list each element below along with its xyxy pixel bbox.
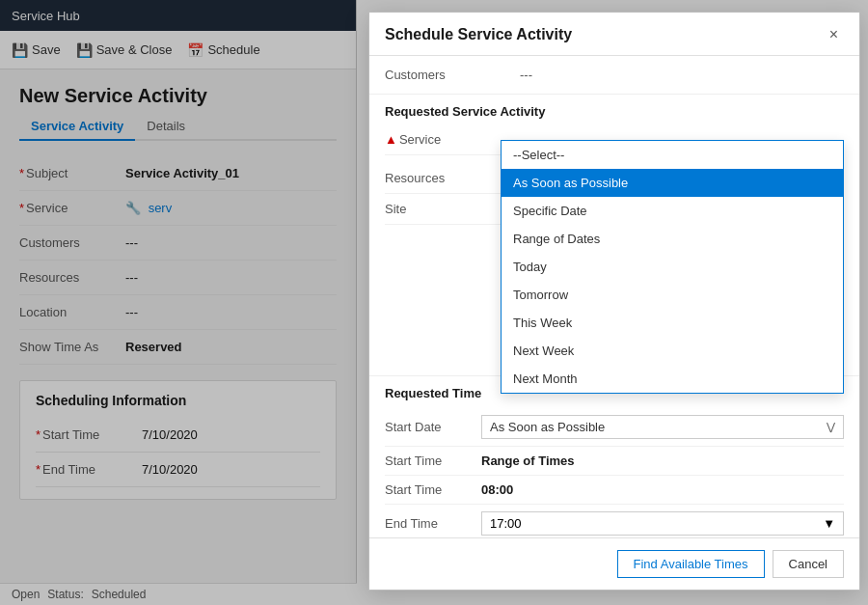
dialog-body: Customers --- Requested Service Activity… [369,56,859,537]
rt-start-time-value: 08:00 [481,482,513,497]
dialog-close-button[interactable]: × [824,24,844,45]
rt-end-time-label: End Time [385,516,481,531]
find-available-times-button[interactable]: Find Available Times [617,550,765,578]
chevron-down-icon: ▼ [823,516,835,531]
dropdown-item-this-week[interactable]: This Week [502,309,843,337]
rt-start-date-select[interactable]: As Soon as Possible ⋁ [481,415,844,439]
rsa-title: Requested Service Activity [385,104,844,119]
rt-range-of-times-value: Range of Times [481,454,575,468]
schedule-dialog: Schedule Service Activity × Customers --… [368,12,860,591]
dropdown-item-next-month[interactable]: Next Month [502,365,843,393]
dialog-footer: Find Available Times Cancel [369,537,859,590]
dropdown-item-asap[interactable]: As Soon as Possible [502,169,843,197]
rsa-fields: ▲Service --Select-- As Soon as Possible … [385,124,844,375]
dialog-header: Schedule Service Activity × [369,13,859,56]
rt-start-time-section-row: Start Time Range of Times [385,447,844,476]
dropdown-item-today[interactable]: Today [502,253,843,281]
dropdown-item-select[interactable]: --Select-- [502,141,843,169]
rsa-resources-label: Resources [385,171,501,185]
rt-start-date-label: Start Date [385,420,481,434]
rt-section: Requested Time Start Date As Soon as Pos… [369,376,859,537]
dialog-customers-value: --- [520,68,844,82]
dialog-customers-label: Customers [385,68,520,82]
rt-start-date-row: Start Date As Soon as Possible ⋁ [385,408,844,447]
cancel-button[interactable]: Cancel [773,550,844,578]
chevron-down-icon: ⋁ [827,421,835,433]
rsa-service-label: ▲Service [385,132,501,147]
rt-end-time-select[interactable]: 17:00 ▼ [481,511,844,536]
rsa-service-row: ▲Service --Select-- As Soon as Possible … [385,124,844,155]
rt-start-time-label: Start Time [385,482,481,497]
rt-end-time-row: End Time 17:00 ▼ [385,505,844,537]
dropdown-item-tomorrow[interactable]: Tomorrow [502,281,843,309]
rt-end-time-value: 17:00 [490,516,522,531]
rt-start-time-row: Start Time 08:00 [385,476,844,505]
rsa-section: Requested Service Activity ▲Service --Se… [369,95,859,376]
dropdown-item-range[interactable]: Range of Dates [502,225,843,253]
rsa-dropdown-list[interactable]: --Select-- As Soon as Possible Specific … [501,140,844,394]
dialog-customers-row: Customers --- [369,56,859,95]
dialog-title: Schedule Service Activity [385,26,572,43]
rsa-site-label: Site [385,202,501,216]
dropdown-item-specific[interactable]: Specific Date [502,197,843,225]
dropdown-item-next-week[interactable]: Next Week [502,337,843,365]
rt-start-time-section-label: Start Time [385,454,481,468]
rt-start-date-value: As Soon as Possible [490,420,605,434]
